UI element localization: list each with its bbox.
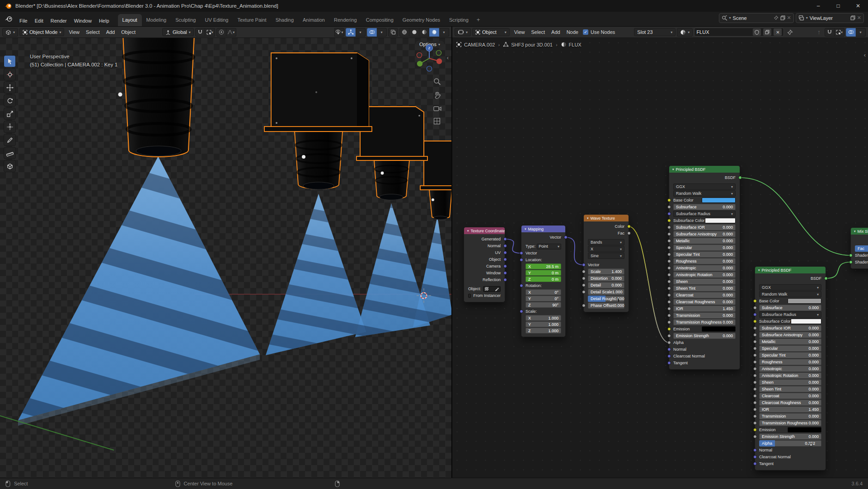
- prop-subsurface[interactable]: Subsurface0.000: [673, 204, 736, 210]
- value-z[interactable]: Z90°: [525, 302, 561, 308]
- prop-scale[interactable]: Scale1.400: [588, 268, 624, 275]
- node-overlays-toggle[interactable]: [846, 28, 856, 37]
- camera-view-icon[interactable]: [433, 105, 441, 112]
- color-swatch-base-color[interactable]: [702, 197, 736, 203]
- socket-input[interactable]: [520, 284, 523, 287]
- menu-file[interactable]: File: [16, 15, 31, 26]
- socket-input[interactable]: [753, 462, 757, 465]
- socket-output[interactable]: [564, 235, 568, 239]
- prop-specular[interactable]: Specular0.000: [759, 345, 821, 352]
- socket-input[interactable]: [667, 361, 671, 365]
- editor-type-button[interactable]: ▾: [2, 28, 18, 37]
- color-base-color[interactable]: Base Color: [759, 298, 821, 304]
- material-name-field[interactable]: FLUX ✕: [694, 28, 784, 37]
- menu-render[interactable]: Render: [47, 15, 70, 26]
- socket-input[interactable]: [667, 226, 671, 229]
- gizmo-minus-x-axis[interactable]: [417, 52, 422, 57]
- node-mix-shader[interactable]: ▾Mix ShaderShaderFacShaderShader: [850, 227, 868, 269]
- material-slot-selector[interactable]: Slot 23▾: [634, 28, 676, 36]
- value-x[interactable]: X28.5 m: [525, 263, 561, 269]
- prop-specular[interactable]: Specular0.000: [673, 244, 736, 251]
- dropdown-subsurface-radius[interactable]: Subsurface Radius▾: [673, 211, 736, 217]
- color-base-color[interactable]: Base Color: [673, 197, 736, 203]
- socket-output[interactable]: [503, 237, 507, 241]
- socket-input[interactable]: [520, 310, 523, 313]
- light-cone-3[interactable]: [355, 203, 430, 337]
- socket-input[interactable]: [582, 263, 586, 267]
- prop-sheen-tint[interactable]: Sheen Tint0.000: [759, 386, 821, 392]
- socket-input[interactable]: [849, 260, 853, 264]
- prop-sheen-tint[interactable]: Sheen Tint0.000: [673, 285, 736, 292]
- socket-input[interactable]: [582, 283, 586, 287]
- menu-edit[interactable]: Edit: [31, 15, 47, 26]
- viewport-scene[interactable]: [0, 38, 451, 478]
- socket-input[interactable]: [753, 306, 757, 310]
- dropdown-random-walk[interactable]: Random Walk▾: [759, 291, 821, 297]
- fake-user-shield-icon[interactable]: [753, 28, 761, 36]
- tool-move[interactable]: [4, 81, 16, 94]
- shading-rendered-button[interactable]: [429, 28, 439, 37]
- tool-annotate[interactable]: [4, 134, 16, 146]
- proportional-editing-toggle[interactable]: [216, 28, 226, 37]
- socket-output[interactable]: [627, 231, 631, 235]
- prop-anisotropic-rotation[interactable]: Anisotropic Rotation0.000: [759, 372, 821, 379]
- gizmo-y-axis[interactable]: [417, 61, 422, 66]
- prop-subsurface[interactable]: Subsurface0.000: [759, 305, 821, 311]
- shading-wireframe-button[interactable]: [399, 28, 409, 37]
- prop-emission-strength[interactable]: Emission Strength0.000: [673, 333, 736, 339]
- menu-window[interactable]: Window: [70, 15, 95, 26]
- type-dropdown[interactable]: Point▾: [537, 244, 561, 249]
- prop-metallic[interactable]: Metallic0.000: [759, 339, 821, 345]
- socket-input[interactable]: [753, 374, 757, 377]
- socket-input[interactable]: [753, 387, 757, 391]
- breadcrumb-item-shf3-pour-3d-001[interactable]: SHF3 pour 3D.001: [503, 42, 553, 47]
- socket-output[interactable]: [738, 176, 742, 179]
- prop-subsurface-ior[interactable]: Subsurface IOR0.000: [673, 224, 736, 230]
- prop-clearcoat-roughness[interactable]: Clearcoat Roughness0.000: [673, 299, 736, 305]
- prop-alpha[interactable]: Alpha0.252: [759, 440, 821, 447]
- socket-input[interactable]: [753, 320, 757, 323]
- dropdown-x[interactable]: X▾: [588, 246, 624, 252]
- new-layer-copy-icon[interactable]: [850, 15, 855, 20]
- socket-input[interactable]: [667, 219, 671, 222]
- tab-layout[interactable]: Layout: [118, 14, 142, 26]
- object-picker[interactable]: [483, 286, 501, 292]
- socket-input[interactable]: [753, 326, 757, 330]
- socket-input[interactable]: [618, 298, 619, 302]
- ortho-grid-icon[interactable]: [433, 118, 441, 125]
- spotlight-object-2[interactable]: [264, 53, 372, 189]
- prop-subsurface-anisotropy[interactable]: Subsurface Anisotropy0.000: [673, 231, 736, 237]
- socket-input[interactable]: [520, 251, 523, 255]
- prop-distortion[interactable]: Distortion0.000: [588, 275, 624, 282]
- node-principled-bsdf-2[interactable]: ▾Principled BSDFBSDFGGX▾Random Walk▾Base…: [755, 266, 826, 470]
- transform-orientation[interactable]: Global▾: [162, 28, 194, 36]
- material-name[interactable]: FLUX: [696, 29, 751, 35]
- snap-settings[interactable]: ▾: [205, 28, 215, 37]
- prop-roughness[interactable]: Roughness0.000: [759, 359, 821, 365]
- collapse-icon[interactable]: ▾: [467, 229, 469, 233]
- node-overlays-dropdown[interactable]: ▾: [856, 28, 866, 37]
- node-texture-coordinate[interactable]: ▾Texture CoordinateGeneratedNormalUVObje…: [464, 227, 505, 302]
- navigation-gizmo[interactable]: Z: [413, 42, 445, 74]
- socket-input[interactable]: [667, 327, 671, 331]
- node-header-wave-texture[interactable]: ▾Wave Texture: [584, 215, 629, 221]
- socket-output[interactable]: [627, 225, 631, 228]
- dropdown-sine[interactable]: Sine▾: [588, 253, 624, 259]
- value-y[interactable]: Y0°: [525, 296, 561, 301]
- value-x[interactable]: X1.000: [525, 315, 561, 321]
- checkbox-box[interactable]: [468, 294, 471, 298]
- pan-hand-icon[interactable]: [433, 91, 441, 99]
- collapse-icon[interactable]: ▾: [525, 227, 526, 231]
- prop-specular-tint[interactable]: Specular Tint0.000: [673, 251, 736, 258]
- color-swatch-subsurface-color[interactable]: [705, 218, 736, 223]
- eyedropper-icon[interactable]: [495, 287, 499, 291]
- prop-detail[interactable]: Detail0.000: [588, 282, 624, 288]
- menu-help[interactable]: Help: [95, 15, 113, 26]
- unlink-scene-icon[interactable]: ✕: [787, 15, 791, 21]
- socket-output[interactable]: [503, 271, 507, 275]
- color-swatch-base-color[interactable]: [788, 298, 821, 304]
- socket-output[interactable]: [824, 277, 828, 280]
- scene-selector[interactable]: ▾ Scene ✕: [719, 13, 794, 23]
- tool-add-cube[interactable]: [4, 160, 16, 172]
- prop-ior[interactable]: IOR1.450: [759, 406, 821, 413]
